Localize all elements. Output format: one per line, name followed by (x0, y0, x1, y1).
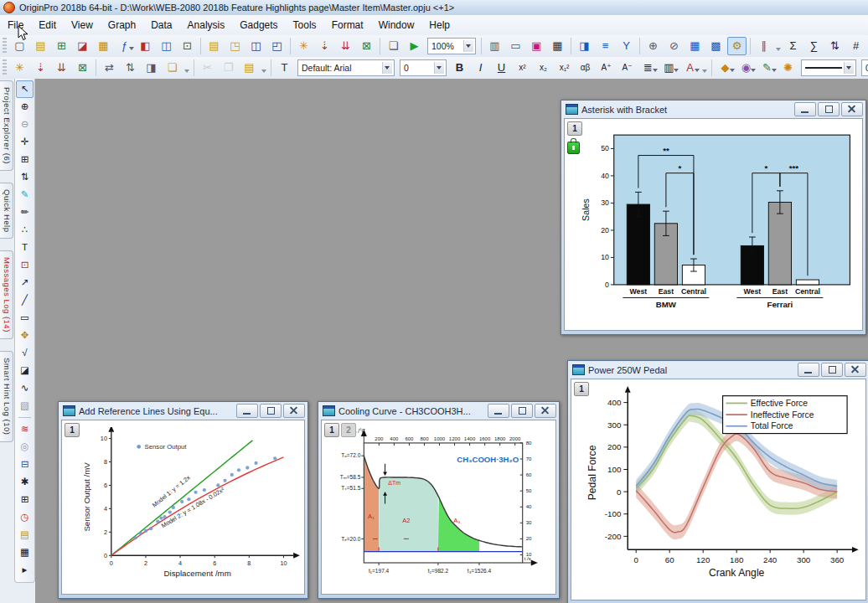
mask-brush-tool-icon[interactable]: ✎ (16, 186, 34, 204)
toolbar-overflow-icon[interactable] (260, 59, 268, 76)
add-column-icon[interactable]: ∥ (754, 37, 773, 55)
menu-window[interactable]: Window (371, 17, 422, 34)
video-builder-icon[interactable]: ▦ (548, 37, 567, 55)
open-project-icon[interactable]: ▤ (31, 37, 50, 55)
reimport-direct-icon[interactable]: ⇅ (121, 59, 140, 77)
window-titlebar[interactable]: Asterisk with Bracket (561, 100, 865, 118)
line-width-combo[interactable]: 0 (861, 59, 868, 76)
zoom-out-tool-icon[interactable]: ⊖ (16, 116, 34, 133)
super-subscript-icon[interactable]: x₁² (555, 59, 574, 77)
font-name-combo[interactable]: Default: Arial (297, 59, 395, 76)
insert-image-icon[interactable]: ▣ (527, 37, 546, 55)
reimport-icon[interactable]: ⇄ (100, 59, 119, 77)
font-tool-icon[interactable]: T (275, 59, 294, 77)
new-function-icon[interactable]: ƒ (115, 37, 134, 55)
menu-help[interactable]: Help (421, 17, 457, 34)
menu-tools[interactable]: Tools (286, 17, 324, 34)
menu-data[interactable]: Data (143, 17, 179, 34)
import-ascii-icon[interactable]: ⇣ (31, 59, 50, 77)
fill-color-icon[interactable]: ◆ (716, 59, 735, 77)
table-view-icon[interactable]: ▦ (685, 37, 705, 55)
sort-column-icon[interactable]: ⇅ (825, 37, 845, 55)
panel-tab-project-explorer-6[interactable]: Project Explorer (6) (0, 80, 13, 171)
menu-gadgets[interactable]: Gadgets (232, 17, 285, 34)
theme-organizer-icon[interactable]: ⚙ (727, 37, 747, 55)
annotation-tool-icon[interactable]: ⊡ (16, 256, 34, 274)
arrow-tool-icon[interactable]: ↗ (16, 274, 34, 291)
toolbar-overflow-icon[interactable] (183, 59, 191, 76)
italic-icon[interactable]: I (471, 59, 490, 77)
find-icon[interactable]: ⊘ (664, 37, 684, 55)
toolbar-grip[interactable] (3, 59, 7, 76)
split-layers-icon[interactable]: ≡ (596, 37, 615, 55)
close-button[interactable] (845, 363, 866, 377)
transpose-data-icon[interactable]: ◨ (142, 59, 161, 77)
date-stamp-tool-icon[interactable]: ◷ (16, 508, 34, 526)
import-multiple-ascii-icon[interactable]: ⇊ (336, 37, 355, 55)
menu-analysis[interactable]: Analysis (180, 17, 233, 34)
paste-icon[interactable]: ▤ (240, 59, 259, 77)
insert-equation-tool-icon[interactable]: √ (16, 344, 34, 362)
panel-tab-messages-log-14[interactable]: Messages Log (14) (0, 250, 13, 339)
highlight-icon[interactable]: ✺ (778, 59, 798, 77)
sheet-tab-2[interactable]: 2 (341, 423, 356, 437)
sheet-tab-1[interactable]: 1 (567, 121, 582, 136)
underline-icon[interactable]: U (492, 59, 511, 77)
import-wizard-icon[interactable]: ✳ (294, 37, 313, 55)
screen-reader-tool-icon[interactable]: ✛ (16, 133, 34, 151)
draw-data-tool-icon[interactable]: ✏ (16, 204, 34, 221)
menu-graph[interactable]: Graph (101, 17, 143, 34)
restore-button[interactable] (260, 404, 282, 418)
batch-processing-icon[interactable]: ❏ (384, 37, 403, 55)
menu-view[interactable]: View (64, 17, 101, 34)
dropdown-arrow-icon[interactable] (434, 62, 444, 74)
project-tree-icon[interactable]: Y (617, 37, 636, 55)
minimize-button[interactable] (794, 102, 816, 116)
subscript-icon[interactable]: x₂ (534, 59, 553, 77)
line-style-combo[interactable] (801, 59, 856, 76)
duplicate-batch-icon[interactable]: ❏ (163, 59, 182, 77)
new-layout-icon[interactable]: ◧ (136, 37, 155, 55)
greek-symbols-icon[interactable]: αβ (576, 59, 595, 77)
import-excel-icon[interactable]: ⊠ (357, 37, 376, 55)
panel-tab-smart-hint-log-10[interactable]: Smart Hint Log (10) (0, 351, 13, 441)
sheet-tab-1[interactable]: 1 (574, 382, 589, 396)
palette-icon[interactable]: ◉ (736, 59, 756, 77)
slideshow-icon[interactable]: ▭ (506, 37, 525, 55)
sum-column-icon[interactable]: ∑ (804, 37, 824, 55)
import-multiple-ascii-icon[interactable]: ⇊ (52, 59, 71, 77)
new-workbook-icon[interactable]: ⊞ (52, 37, 71, 55)
close-button[interactable] (841, 102, 863, 116)
cluster-tool-icon[interactable]: ∴ (16, 221, 34, 239)
toolbar-overflow-icon[interactable] (774, 38, 783, 54)
insert-object-tool-icon[interactable]: ▧ (16, 397, 34, 415)
rectangle-tool-icon[interactable]: ▭ (16, 309, 34, 327)
run-script-icon[interactable]: ▶ (405, 37, 424, 55)
font-color-icon[interactable]: A (680, 59, 700, 77)
font-size-combo[interactable]: 0 (400, 59, 447, 76)
duplicate-window-icon[interactable]: ◨ (575, 37, 594, 55)
import-wizard-icon[interactable]: ✳ (10, 59, 29, 77)
restore-button[interactable] (821, 363, 843, 377)
folder-stamp-tool-icon[interactable]: ▤ (16, 526, 34, 544)
panel-tab-quick-help[interactable]: Quick Help (0, 183, 13, 239)
bold-icon[interactable]: B (450, 59, 469, 77)
increase-font-icon[interactable]: A⁺ (597, 59, 616, 77)
line-tool-icon[interactable]: ╱ (16, 291, 34, 309)
zoom-level-combo[interactable]: 100% (427, 38, 476, 54)
import-ascii-icon[interactable]: ⇣ (315, 37, 334, 55)
line-color-icon[interactable]: ✎ (757, 59, 777, 77)
window-titlebar[interactable]: Power 250W Pedal (568, 361, 868, 379)
circle-tool-icon[interactable]: ◎ (16, 438, 34, 456)
rescale-tool-icon[interactable]: ⇅ (16, 168, 34, 186)
save-project-icon[interactable]: ◫ (246, 37, 266, 55)
open-file-icon[interactable]: ▤ (204, 37, 224, 55)
text-tool-icon[interactable]: T (16, 239, 34, 256)
dropdown-arrow-icon[interactable] (382, 62, 392, 74)
align-text-icon[interactable]: ≣ (638, 59, 658, 77)
region-zoom-tool-icon[interactable]: ⊞ (16, 151, 34, 168)
print-icon[interactable]: ▥ (485, 37, 504, 55)
sheet-tab-1[interactable]: 1 (324, 423, 339, 437)
grid-tool-icon[interactable]: ▦ (16, 544, 34, 561)
import-excel-icon[interactable]: ⊠ (73, 59, 92, 77)
